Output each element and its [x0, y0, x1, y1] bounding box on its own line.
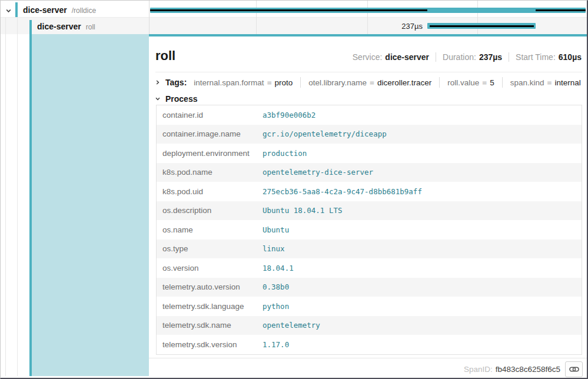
process-key: os.name: [157, 225, 263, 234]
process-value: opentelemetry: [263, 321, 320, 330]
process-value: 275ecb36-5aa8-4c2a-9c47-d8bb681b9aff: [263, 187, 422, 196]
meta-separator: [436, 52, 436, 62]
service-color-stripe: [29, 20, 32, 376]
process-row: telemetry.sdk.name opentelemetry: [157, 316, 582, 335]
span-footer: SpanID: fb483c8c6258f6c5: [464, 361, 583, 377]
name-column-divider: [149, 1, 150, 34]
span-id-label: SpanID:: [464, 365, 493, 374]
process-key: os.type: [157, 244, 263, 253]
footer-divider: [149, 358, 588, 358]
start-time-value: 610µs: [559, 52, 582, 62]
tags-summary: internal.span.format = proto otel.librar…: [194, 77, 580, 88]
deep-link-button[interactable]: [565, 361, 583, 377]
process-value: Ubuntu 18.04.1 LTS: [263, 206, 342, 215]
start-time-label: Start Time:: [516, 52, 556, 62]
process-key: telemetry.sdk.version: [157, 340, 263, 349]
tag-divider: [439, 77, 440, 88]
process-row: deployment.environment production: [157, 144, 582, 163]
tag-key: internal.span.format: [194, 78, 264, 87]
trace-timeline-view: dice-server/rolldice dice-serverroll 237…: [0, 0, 588, 379]
process-row: telemetry.sdk.language python: [157, 297, 582, 316]
process-value: opentelemetry-dice-server: [263, 168, 373, 177]
tags-section-toggle[interactable]: Tags: internal.span.format = proto otel.…: [155, 75, 581, 89]
process-key: telemetry.auto.version: [157, 282, 263, 291]
tag-item: otel.library.name = diceroller.tracer: [308, 78, 431, 87]
tag-equals: =: [267, 78, 272, 87]
duration-label: Duration:: [443, 52, 476, 62]
process-value: production: [263, 149, 307, 158]
process-key: k8s.pod.name: [157, 168, 263, 177]
process-row: os.name Ubuntu: [157, 220, 582, 240]
process-key: container.id: [157, 111, 263, 119]
process-key: deployment.environment: [157, 149, 263, 158]
duration-value: 237µs: [479, 52, 502, 62]
process-row: telemetry.sdk.version 1.17.0: [157, 335, 582, 354]
service-name: dice-server: [23, 5, 67, 15]
meta-separator: [509, 52, 509, 62]
link-icon: [569, 365, 579, 373]
chevron-right-icon[interactable]: [155, 79, 161, 85]
span-id-value: fb483c8c6258f6c5: [496, 365, 560, 374]
timeline-gridline: [256, 1, 257, 34]
service-name: dice-server: [37, 22, 81, 31]
process-value: 1.17.0: [263, 340, 289, 349]
process-row: container.id a3bf90e006b2: [157, 105, 582, 125]
process-row: telemetry.auto.version 0.38b0: [157, 278, 582, 297]
tag-key: otel.library.name: [308, 78, 367, 87]
process-key: k8s.pod.uid: [157, 187, 263, 196]
process-value: python: [263, 302, 289, 311]
tag-equals: =: [482, 78, 487, 87]
span-detail-title: roll: [155, 48, 175, 64]
process-section-label: Process: [165, 94, 197, 104]
service-value: dice-server: [385, 52, 429, 62]
operation-name: roll: [86, 23, 95, 31]
process-key: os.description: [157, 206, 263, 215]
operation-name: /rolldice: [72, 6, 96, 15]
process-value: a3bf90e006b2: [263, 111, 315, 119]
timeline-gridline: [477, 1, 478, 34]
tree-indent-guide: [17, 18, 18, 376]
process-section-toggle[interactable]: Process: [155, 92, 197, 105]
process-value: 0.38b0: [263, 282, 289, 291]
timeline-gridline: [367, 1, 368, 34]
process-table: container.id a3bf90e006b2 container.imag…: [156, 105, 582, 355]
tag-divider: [300, 77, 301, 88]
tag-value: diceroller.tracer: [377, 78, 431, 87]
process-key: os.version: [157, 264, 263, 272]
process-key: container.image.name: [157, 129, 263, 138]
process-row: k8s.pod.uid 275ecb36-5aa8-4c2a-9c47-d8bb…: [157, 182, 582, 201]
service-color-bar: [15, 2, 18, 17]
span-detail-panel: roll Service: dice-server Duration: 237µ…: [149, 34, 588, 376]
span-bar-track-rolldice: [149, 8, 587, 13]
selected-span-highlight: [32, 34, 149, 376]
tag-key: roll.value: [447, 78, 479, 87]
tree-indent-guide: [5, 18, 6, 376]
tag-equals: =: [547, 78, 552, 87]
span-meta: Service: dice-server Duration: 237µs Sta…: [353, 52, 582, 62]
span-duration-label: 237µs: [401, 22, 423, 31]
process-value: Ubuntu: [263, 225, 289, 234]
tag-equals: =: [370, 78, 374, 87]
tags-section-label: Tags:: [165, 78, 187, 87]
process-value: linux: [263, 244, 285, 253]
span-name-rolldice[interactable]: dice-server/rolldice: [23, 5, 96, 15]
process-row: os.description Ubuntu 18.04.1 LTS: [157, 201, 582, 221]
process-value: gcr.io/opentelemetry/diceapp: [263, 129, 387, 138]
chevron-down-icon[interactable]: [5, 6, 12, 16]
process-row: os.type linux: [157, 240, 582, 259]
process-key: telemetry.sdk.language: [157, 302, 263, 311]
span-bar-track-roll: [149, 23, 587, 29]
chevron-down-icon[interactable]: [155, 96, 161, 102]
tag-item: span.kind = internal: [510, 78, 581, 87]
span-name-roll[interactable]: dice-serverroll: [37, 21, 95, 32]
critical-path-segment: [536, 9, 586, 11]
tag-item: internal.span.format = proto: [194, 78, 293, 87]
timeline-grid: [149, 1, 587, 34]
process-row: container.image.name gcr.io/opentelemetr…: [157, 125, 582, 144]
tag-key: span.kind: [510, 78, 544, 87]
process-key: telemetry.sdk.name: [157, 321, 263, 330]
process-row: os.version 18.04.1: [157, 258, 582, 278]
service-label: Service:: [353, 52, 383, 62]
tag-value: 5: [490, 78, 494, 87]
critical-path-segment: [430, 25, 534, 27]
